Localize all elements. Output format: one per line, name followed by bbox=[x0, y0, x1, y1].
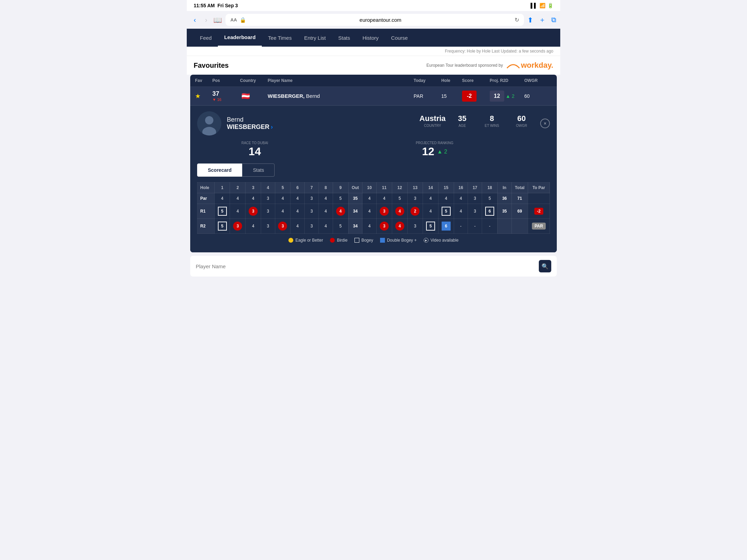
legend-eagle: Eagle or Better bbox=[288, 238, 323, 243]
nav-tee-times[interactable]: Tee Times bbox=[262, 29, 298, 46]
scorecard-table-container: Hole 1 2 3 4 5 6 7 8 9 Out 10 11 12 bbox=[197, 182, 550, 234]
wifi-icon: 📶 bbox=[540, 3, 545, 8]
search-icon: 🔍 bbox=[542, 263, 548, 270]
hole-18: 18 bbox=[482, 183, 498, 193]
col-country: Country bbox=[240, 78, 268, 83]
nav-history[interactable]: History bbox=[356, 29, 385, 46]
bookmarks-button[interactable]: 📖 bbox=[213, 16, 222, 24]
stat-country: Austria COUNTRY bbox=[419, 114, 446, 128]
player-detail-card: Bernd WIESBERGER › Austria COUNTRY 35 AG… bbox=[190, 105, 557, 252]
update-bar: Frequency: Hole by Hole Last Updated: a … bbox=[187, 47, 560, 56]
hole-16: 16 bbox=[454, 183, 468, 193]
stat-race-dubai: RACE TO DUBAI 14 bbox=[197, 141, 312, 158]
sponsor-area: European Tour leaderboard sponsored by w… bbox=[426, 61, 553, 70]
player-surname-link[interactable]: WIESBERGER › bbox=[227, 123, 414, 131]
nav-leaderboard[interactable]: Leaderboard bbox=[218, 29, 262, 47]
address-bar[interactable]: AA 🔒 europeantour.com ↻ bbox=[225, 14, 524, 26]
r2-row: R2 5 3 4 3 3 4 3 bbox=[197, 219, 550, 234]
signal-icon: ▌▌ bbox=[531, 3, 537, 8]
legend-birdie: Birdie bbox=[330, 238, 348, 243]
col-owgr: OWGR bbox=[524, 78, 552, 83]
col-hole: Hole bbox=[441, 78, 462, 83]
font-size-control[interactable]: AA bbox=[230, 17, 237, 22]
share-button[interactable]: ⬆ bbox=[527, 16, 533, 24]
nav-feed[interactable]: Feed bbox=[194, 29, 218, 46]
battery-icon: 🔋 bbox=[547, 3, 553, 8]
scorecard-hole-row: Hole 1 2 3 4 5 6 7 8 9 Out 10 11 12 bbox=[197, 183, 550, 193]
status-bar: 11:55 AM Fri Sep 3 ▌▌ 📶 🔋 bbox=[187, 0, 560, 11]
nav-course[interactable]: Course bbox=[385, 29, 414, 46]
position-cell: 37 ▼ 16 bbox=[212, 90, 240, 102]
hole-17: 17 bbox=[468, 183, 482, 193]
double-bogey-square-icon bbox=[380, 238, 385, 243]
status-time: 11:55 AM Fri Sep 3 bbox=[194, 3, 238, 8]
scorecard-tabs: Scorecard Stats bbox=[197, 164, 550, 177]
player-detail-header: Bernd WIESBERGER › Austria COUNTRY 35 AG… bbox=[197, 111, 550, 136]
hole-8: 8 bbox=[319, 183, 333, 193]
hole-4: 4 bbox=[261, 183, 275, 193]
legend-double-bogey: Double Bogey + bbox=[380, 238, 417, 243]
hole-14: 14 bbox=[423, 183, 439, 193]
player-name-cell: WIESBERGER, Bernd bbox=[268, 93, 414, 99]
col-pos: Pos bbox=[212, 78, 240, 83]
eagle-label: Eagle or Better bbox=[295, 238, 323, 243]
status-icons: ▌▌ 📶 🔋 bbox=[531, 3, 553, 8]
stat-projected-ranking: PROJECTED RANKING 12 ▲ 2 bbox=[319, 141, 550, 158]
scorecard-legend: Eagle or Better Birdie Bogey Double Boge… bbox=[197, 234, 550, 247]
par-row-label: Par bbox=[197, 193, 215, 204]
forward-button[interactable]: › bbox=[202, 15, 210, 25]
video-play-icon: ▶ bbox=[424, 238, 428, 243]
tab-scorecard[interactable]: Scorecard bbox=[197, 164, 242, 177]
col-today: Today bbox=[414, 78, 441, 83]
player-stats-grid: Austria COUNTRY 35 AGE 8 ET WINS 60 OWGR bbox=[419, 114, 535, 128]
player-info-main: Bernd WIESBERGER › bbox=[227, 116, 414, 131]
r1-row: R1 5 4 3 3 4 4 3 bbox=[197, 204, 550, 219]
video-label: Video available bbox=[431, 238, 459, 243]
birdie-dot-icon bbox=[330, 238, 335, 243]
tab-stats[interactable]: Stats bbox=[242, 164, 275, 177]
leaderboard-header-row: Fav Pos Country Player Name Today Hole S… bbox=[190, 75, 557, 87]
owgr-cell: 60 bbox=[524, 93, 552, 99]
hole-5: 5 bbox=[275, 183, 290, 193]
nav-stats[interactable]: Stats bbox=[332, 29, 356, 46]
favourite-star[interactable]: ★ bbox=[195, 92, 212, 100]
player-search-area: 🔍 bbox=[190, 256, 557, 277]
add-tab-button[interactable]: ＋ bbox=[539, 15, 546, 25]
hole-1: 1 bbox=[214, 183, 230, 193]
country-flag: 🇦🇹 bbox=[240, 91, 268, 102]
eagle-dot-icon bbox=[288, 238, 293, 243]
player-full-name: Bernd bbox=[227, 116, 414, 123]
hole-2: 2 bbox=[230, 183, 246, 193]
col-proj: Proj. R2D bbox=[490, 78, 524, 83]
out-label: Out bbox=[348, 183, 362, 193]
proj-ranking-cell: 12 ▲ 2 bbox=[490, 91, 524, 102]
in-label: In bbox=[497, 183, 511, 193]
legend-bogey: Bogey bbox=[354, 238, 373, 243]
player-search-input[interactable] bbox=[196, 263, 535, 269]
player-search-button[interactable]: 🔍 bbox=[539, 260, 551, 272]
table-row[interactable]: ★ 37 ▼ 16 🇦🇹 WIESBERGER, Bernd PAR 15 -2… bbox=[190, 87, 557, 105]
refresh-button[interactable]: ↻ bbox=[515, 17, 519, 23]
col-hole-label: Hole bbox=[197, 183, 215, 193]
leaderboard-container: Fav Pos Country Player Name Today Hole S… bbox=[190, 75, 557, 252]
birdie-label: Birdie bbox=[337, 238, 348, 243]
scorecard-table: Hole 1 2 3 4 5 6 7 8 9 Out 10 11 12 bbox=[197, 182, 550, 234]
hole-9: 9 bbox=[333, 183, 348, 193]
hole-12: 12 bbox=[392, 183, 407, 193]
par-row: Par 4 4 4 3 4 4 3 4 5 35 4 4 5 3 bbox=[197, 193, 550, 204]
close-player-button[interactable]: × bbox=[540, 119, 550, 128]
bogey-label: Bogey bbox=[361, 238, 373, 243]
score-cell: -2 bbox=[462, 91, 490, 102]
stat-owgr: 60 OWGR bbox=[508, 114, 535, 128]
hole-11: 11 bbox=[377, 183, 392, 193]
hole-10: 10 bbox=[362, 183, 377, 193]
to-par-label: To Par bbox=[528, 183, 550, 193]
nav-entry-list[interactable]: Entry List bbox=[298, 29, 332, 46]
col-score: Score bbox=[462, 78, 490, 83]
workday-brand: workday. bbox=[521, 61, 553, 70]
double-bogey-label: Double Bogey + bbox=[387, 238, 417, 243]
bogey-square-icon bbox=[354, 238, 359, 243]
svg-point-1 bbox=[205, 116, 213, 124]
tabs-button[interactable]: ⧉ bbox=[551, 16, 556, 24]
back-button[interactable]: ‹ bbox=[191, 15, 199, 25]
